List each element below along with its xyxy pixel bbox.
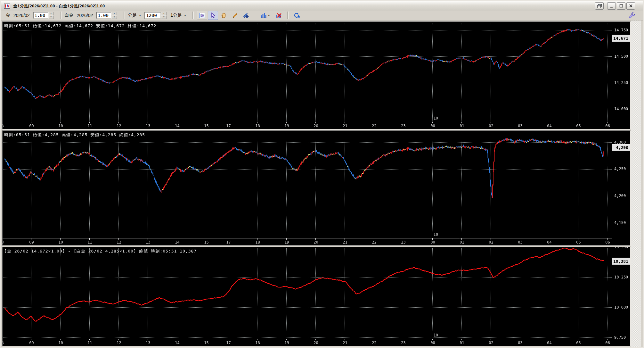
platinum-multiplier-stepper[interactable]: ▲▼ xyxy=(96,12,117,19)
pencil-tool-button[interactable] xyxy=(230,11,240,20)
gold-multiplier-input[interactable] xyxy=(33,12,48,19)
chart-select-tool-button[interactable] xyxy=(197,11,207,20)
gold-chart-canvas[interactable] xyxy=(3,22,630,129)
settings-button[interactable] xyxy=(629,12,636,19)
spin-up-icon[interactable]: ▲ xyxy=(161,12,167,15)
spin-down-icon[interactable]: ▼ xyxy=(48,15,54,19)
window-title: 金1分足[2026/02]1.00 - 白金1分足[2026/02]1.00 xyxy=(13,3,105,9)
vertical-scrollbar-track[interactable] xyxy=(631,21,641,347)
chevron-down-icon[interactable]: ▼ xyxy=(268,14,270,17)
chart-erase-icon xyxy=(276,12,282,18)
maximize-button[interactable] xyxy=(617,2,625,10)
refresh-r-icon: R xyxy=(293,12,300,18)
platinum-contract-label: 2026/02 xyxy=(77,13,93,18)
chevron-down-icon[interactable]: ▼ xyxy=(139,14,141,17)
spin-down-icon[interactable]: ▼ xyxy=(111,15,117,19)
minimize-button[interactable] xyxy=(607,2,616,10)
platinum-chart-canvas[interactable] xyxy=(3,131,630,245)
hand-tool-button[interactable] xyxy=(219,11,229,20)
bar-count-stepper[interactable]: ▲▼ xyxy=(144,12,167,19)
cascade-windows-button[interactable] xyxy=(595,2,604,10)
chevron-down-icon[interactable]: ▼ xyxy=(184,14,186,17)
spin-up-icon[interactable]: ▲ xyxy=(111,12,117,15)
platinum-quote-info: 時刻:05:51 始値:4,285 高値:4,285 安値:4,285 終値:4… xyxy=(4,132,145,138)
spread-chart-panel: [金 26/02 14,672×1.00] - [白金 26/02 4,285×… xyxy=(2,247,631,346)
close-button[interactable] xyxy=(626,2,635,10)
marker-target-tool-button[interactable] xyxy=(240,11,251,20)
wrench-icon xyxy=(629,12,636,19)
cursor-icon xyxy=(210,12,216,18)
marker-target-icon xyxy=(242,12,249,18)
spread-quote-info: [金 26/02 14,672×1.00] - [白金 26/02 4,285×… xyxy=(4,248,197,254)
refresh-button[interactable]: R xyxy=(292,11,302,20)
chart-select-icon xyxy=(199,12,205,18)
cursor-tool-button[interactable] xyxy=(208,11,218,20)
chart-erase-button[interactable] xyxy=(274,11,284,20)
gold-multiplier-stepper[interactable]: ▲▼ xyxy=(33,12,54,19)
title-bar[interactable]: 金1分足[2026/02]1.00 - 白金1分足[2026/02]1.00 xyxy=(1,1,643,11)
spin-up-icon[interactable]: ▲ xyxy=(48,12,54,15)
hand-icon xyxy=(221,12,227,18)
spread-chart-canvas[interactable] xyxy=(3,247,630,346)
gold-label: 金 xyxy=(6,12,10,18)
bar-chart-icon xyxy=(260,12,267,18)
toolbar-separator xyxy=(192,12,194,19)
platinum-chart-panel: 時刻:05:51 始値:4,285 高値:4,285 安値:4,285 終値:4… xyxy=(2,130,631,246)
toolbar-separator xyxy=(124,12,125,19)
chart-style-button[interactable] xyxy=(258,11,269,20)
gold-chart-panel: 時刻:05:51 始値:14,672 高値:14,672 安値:14,672 終… xyxy=(2,21,631,129)
platinum-label: 白金 xyxy=(65,12,74,18)
app-candlestick-icon xyxy=(4,3,11,9)
interval-dropdown[interactable]: 1分足 xyxy=(170,12,182,18)
platinum-multiplier-input[interactable] xyxy=(96,12,111,19)
toolbar-separator xyxy=(254,12,255,19)
toolbar-separator xyxy=(61,12,62,19)
bar-type-dropdown[interactable]: 分足 xyxy=(128,12,137,18)
gold-contract-label: 2026/02 xyxy=(13,13,30,18)
bar-count-input[interactable] xyxy=(144,12,161,19)
svg-text:R: R xyxy=(298,15,300,18)
toolbar: 金 2026/02 ▲▼ 白金 2026/02 ▲▼ 分足 ▼ ▲▼ 1分足 ▼ xyxy=(1,11,643,21)
app-window: 金1分足[2026/02]1.00 - 白金1分足[2026/02]1.00 xyxy=(0,0,644,348)
spin-down-icon[interactable]: ▼ xyxy=(161,15,167,19)
pencil-icon xyxy=(232,12,238,18)
toolbar-separator xyxy=(287,12,289,19)
gold-quote-info: 時刻:05:51 始値:14,672 高値:14,672 安値:14,672 終… xyxy=(4,23,156,29)
